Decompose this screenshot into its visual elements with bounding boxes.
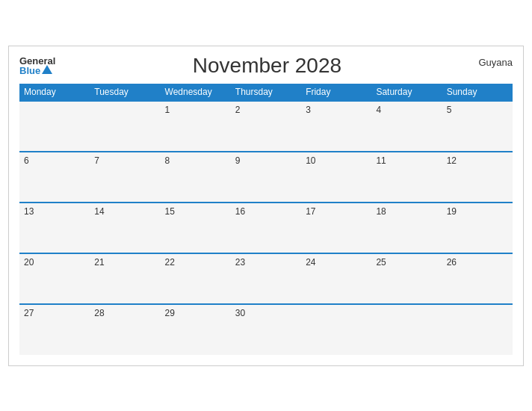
calendar-week-row: 13141516171819 (19, 203, 513, 253)
calendar-day-cell: 8 (161, 152, 231, 203)
calendar-day-cell: 17 (301, 203, 371, 253)
day-number: 9 (235, 155, 241, 166)
weekday-header-cell: Thursday (231, 84, 301, 101)
day-number: 8 (165, 155, 170, 166)
day-number: 30 (235, 308, 245, 318)
day-number: 15 (165, 206, 175, 217)
calendar-table: MondayTuesdayWednesdayThursdayFridaySatu… (19, 84, 513, 355)
weekday-header-cell: Tuesday (90, 84, 160, 101)
day-number: 25 (376, 257, 386, 268)
day-number: 19 (447, 206, 457, 217)
logo-blue: Blue (19, 66, 52, 75)
day-number: 17 (306, 206, 315, 217)
calendar-day-cell: 7 (90, 152, 160, 203)
calendar-day-cell: 23 (231, 253, 301, 304)
day-number: 2 (235, 105, 241, 115)
weekday-header-cell: Wednesday (161, 84, 231, 101)
calendar-header: General Blue November 2028 Guyana (19, 54, 513, 78)
weekday-header-cell: Sunday (442, 84, 513, 101)
weekday-header-row: MondayTuesdayWednesdayThursdayFridaySatu… (19, 84, 513, 101)
calendar-day-cell: 10 (301, 152, 371, 203)
calendar-day-cell: 2 (231, 101, 301, 152)
day-number: 23 (235, 257, 245, 268)
calendar-day-cell: 13 (19, 203, 90, 253)
day-number: 18 (376, 206, 386, 217)
calendar-day-cell: 26 (442, 253, 513, 304)
calendar-week-row: 6789101112 (19, 152, 513, 203)
calendar-day-cell: 16 (231, 203, 301, 253)
calendar-day-cell: 15 (161, 203, 231, 253)
day-number: 20 (24, 257, 34, 268)
day-number: 12 (447, 155, 457, 166)
calendar-day-cell (442, 304, 513, 355)
day-number: 3 (306, 105, 311, 115)
day-number: 10 (306, 155, 315, 166)
calendar-week-row: 20212223242526 (19, 253, 513, 304)
day-number: 11 (376, 155, 386, 166)
calendar-day-cell: 14 (90, 203, 160, 253)
calendar-day-cell: 21 (90, 253, 160, 304)
calendar-day-cell: 4 (371, 101, 442, 152)
day-number: 16 (235, 206, 245, 217)
calendar-day-cell: 27 (19, 304, 90, 355)
day-number: 28 (94, 308, 104, 318)
calendar-week-row: 27282930 (19, 304, 513, 355)
day-number: 24 (306, 257, 315, 268)
calendar-day-cell: 19 (442, 203, 513, 253)
day-number: 26 (447, 257, 457, 268)
calendar-body: 1234567891011121314151617181920212223242… (19, 101, 513, 355)
calendar-day-cell: 3 (301, 101, 371, 152)
weekday-header-cell: Saturday (371, 84, 442, 101)
calendar-day-cell: 12 (442, 152, 513, 203)
day-number: 5 (447, 105, 452, 115)
calendar-week-row: 12345 (19, 101, 513, 152)
day-number: 13 (24, 206, 34, 217)
country-label: Guyana (478, 57, 513, 68)
weekday-header-cell: Monday (19, 84, 90, 101)
day-number: 21 (94, 257, 104, 268)
logo-area: General Blue (19, 56, 55, 75)
calendar-day-cell: 29 (161, 304, 231, 355)
calendar-day-cell: 5 (442, 101, 513, 152)
calendar-title: November 2028 (55, 54, 478, 78)
calendar-day-cell: 20 (19, 253, 90, 304)
logo-triangle-icon (42, 65, 52, 74)
calendar-day-cell: 1 (161, 101, 231, 152)
calendar-day-cell (301, 304, 371, 355)
calendar-day-cell (90, 101, 160, 152)
day-number: 29 (165, 308, 175, 318)
calendar-day-cell (19, 101, 90, 152)
calendar-day-cell: 11 (371, 152, 442, 203)
day-number: 1 (165, 105, 170, 115)
calendar-day-cell: 22 (161, 253, 231, 304)
day-number: 14 (94, 206, 104, 217)
logo-general: General (19, 56, 55, 66)
calendar-day-cell: 30 (231, 304, 301, 355)
day-number: 6 (24, 155, 29, 166)
weekday-header-cell: Friday (301, 84, 371, 101)
calendar-wrapper: General Blue November 2028 Guyana Monday… (8, 46, 524, 366)
calendar-day-cell: 25 (371, 253, 442, 304)
calendar-day-cell: 9 (231, 152, 301, 203)
calendar-day-cell: 18 (371, 203, 442, 253)
day-number: 4 (376, 105, 381, 115)
calendar-day-cell (371, 304, 442, 355)
day-number: 7 (94, 155, 99, 166)
day-number: 22 (165, 257, 175, 268)
calendar-day-cell: 6 (19, 152, 90, 203)
calendar-day-cell: 28 (90, 304, 160, 355)
calendar-day-cell: 24 (301, 253, 371, 304)
day-number: 27 (24, 308, 34, 318)
